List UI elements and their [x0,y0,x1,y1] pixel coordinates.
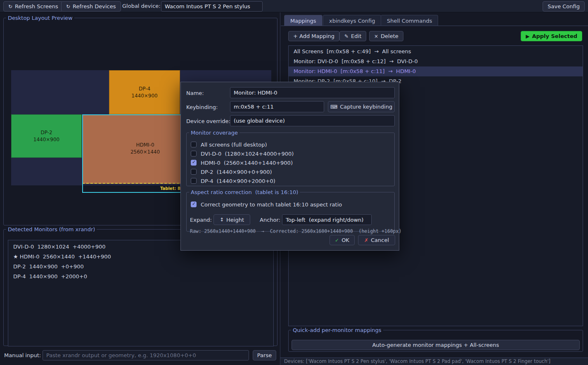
coverage-option-label: DP-4 (1440×900+2000+0) [201,178,275,184]
monitor-coverage-title: Monitor coverage [189,130,239,136]
name-label: Name: [186,90,204,96]
expand-label: Expand: [190,217,212,223]
monitor-resolution: 1440×900 [131,92,158,100]
add-mapping-label: + Add Mapping [293,33,334,39]
mapping-row[interactable]: All Screens [m:0x58 + c:49] → All screen… [289,47,583,57]
status-bar: Devices: ['Wacom Intuos PT S 2 Pen stylu… [280,358,588,365]
refresh-icon: ↻ [8,4,12,9]
tab-shell-commands[interactable]: Shell Commands [381,15,438,26]
manual-input-label: Manual input: [4,352,41,358]
coverage-option-label: HDMI-0 (2560×1440+1440+900) [201,160,293,166]
expand-value-label: Height [226,217,244,223]
monitor-resolution: 2560×1440 [130,149,160,156]
anchor-select[interactable]: Top-left (expand right/down) [282,214,372,225]
add-mapping-button[interactable]: + Add Mapping [288,31,339,41]
detected-monitor-row[interactable]: DP-2 1440×900 +0+900 [8,262,273,272]
capture-keybinding-button[interactable]: ⌨ Capture keybinding [328,101,395,112]
anchor-label: Anchor: [260,217,280,223]
detected-monitor-row[interactable]: ★ HDMI-0 2560×1440 +1440+900 [8,252,273,262]
coverage-dp-4-checkbox[interactable] [191,178,197,184]
cancel-x-icon: ✗ [364,238,368,243]
detected-monitors-list: DVI-D-0 1280×1024 +4000+900 ★ HDMI-0 256… [8,240,274,346]
capture-keybinding-label: Capture keybinding [340,104,392,110]
parse-label: Parse [257,352,272,358]
refresh-devices-label: Refresh Devices [73,3,116,9]
device-override-label: Device override: [186,118,230,124]
monitor-name: DP-4 [139,85,150,92]
quick-add-group: Quick-add per-monitor mappings Auto-gene… [288,327,583,352]
monitor-resolution: 1440×900 [33,136,60,143]
delete-mapping-button[interactable]: × Delete [369,31,403,41]
monitor-name: HDMI-0 [136,142,154,149]
quick-add-title: Quick-add per-monitor mappings [291,327,383,333]
play-icon: ▶ [526,34,529,39]
save-config-label: Save Config [548,3,580,9]
correct-geometry-label: Correct geometry to match tablet 16:10 a… [201,201,342,208]
refresh-screens-button[interactable]: ↻ Refresh Screens [3,1,63,12]
mapping-row[interactable]: Monitor: DVI-D-0 [m:0x58 + c:12] → DVI-D… [289,57,583,66]
keybinding-input[interactable] [230,101,324,112]
device-override-input[interactable] [230,115,395,126]
up-down-arrow-icon: ↕ [220,217,224,222]
refresh-icon: ↻ [66,4,70,9]
tabs-underline [281,26,588,26]
tab-xbindkeys-config[interactable]: xbindkeys Config [323,15,381,26]
coverage-hdmi-0-checkbox[interactable] [191,160,197,166]
apply-selected-button[interactable]: ▶ Apply Selected [521,31,582,41]
apply-selected-label: Apply Selected [532,33,577,39]
coverage-option-label: DP-2 (1440×900+0+900) [201,169,272,175]
aspect-correction-group: Aspect ratio correction (tablet is 16:10… [186,189,395,232]
auto-generate-mappings-button[interactable]: Auto-generate monitor mappings + All-scr… [292,340,580,350]
pencil-icon: ✎ [344,34,349,39]
expand-height-button[interactable]: ↕ Height [213,214,250,225]
edit-mapping-label: Edit [351,33,361,39]
cancel-button[interactable]: ✗ Cancel [358,235,395,245]
refresh-screens-label: Refresh Screens [15,3,58,9]
delete-mapping-label: Delete [381,33,398,39]
auto-generate-label: Auto-generate monitor mappings + All-scr… [372,342,499,348]
app-window: ↻ Refresh Screens ↻ Refresh Devices Glob… [0,0,588,365]
global-device-input[interactable] [161,1,263,12]
monitor-coverage-group: Monitor coverage All screens (full deskt… [186,130,395,186]
keybinding-label: Keybinding: [186,104,218,110]
coverage-option-label: DVI-D-0 (1280×1024+4000+900) [201,151,294,157]
raw-corrected-geometry-text: Raw: 2560x1440+1440+900 → Corrected: 256… [190,228,401,234]
keyboard-icon: ⌨ [330,104,337,109]
parse-button[interactable]: Parse [253,350,276,360]
detected-monitor-row[interactable]: DP-4 1440×900 +2000+0 [8,272,273,282]
correct-geometry-checkbox[interactable] [191,201,197,207]
manual-input-field[interactable] [43,350,249,360]
devices-status-text: Devices: ['Wacom Intuos PT S 2 Pen stylu… [280,358,588,365]
ok-button[interactable]: ✓ OK [330,235,355,245]
coverage-dvi-d-0-checkbox[interactable] [191,151,197,156]
refresh-devices-button[interactable]: ↻ Refresh Devices [61,1,121,12]
top-toolbar: ↻ Refresh Screens ↻ Refresh Devices Glob… [0,0,588,12]
save-config-button[interactable]: Save Config [543,1,585,12]
monitor-name: DP-2 [40,129,52,136]
coverage-all-screens-checkbox[interactable] [191,142,197,147]
close-icon: × [374,34,378,39]
coverage-dp-2-checkbox[interactable] [191,169,197,175]
preview-monitor-dp2[interactable]: DP-2 1440×900 [11,114,82,158]
coverage-option-label: All screens (full desktop) [201,142,267,148]
mapping-row-selected[interactable]: Monitor: HDMI-0 [m:0x58 + c:11] → HDMI-0 [289,66,583,76]
preview-monitor-dp4[interactable]: DP-4 1440×900 [109,70,180,114]
anchor-value-label: Top-left (expand right/down) [286,217,363,223]
cancel-label: Cancel [371,237,389,243]
name-input[interactable] [230,87,395,98]
tab-mappings[interactable]: Mappings [284,15,322,26]
detected-monitors-title: Detected Monitors (from xrandr) [6,226,97,232]
aspect-correction-title: Aspect ratio correction (tablet is 16:10… [189,189,300,195]
desktop-layout-preview-title: Desktop Layout Preview [6,15,74,21]
ok-check-icon: ✓ [335,238,339,243]
edit-mapping-dialog: Name: Keybinding: ⌨ Capture keybinding D… [180,82,399,251]
edit-mapping-button[interactable]: ✎ Edit [339,31,366,41]
global-device-label: Global device: [122,0,161,12]
ok-label: OK [341,237,349,243]
